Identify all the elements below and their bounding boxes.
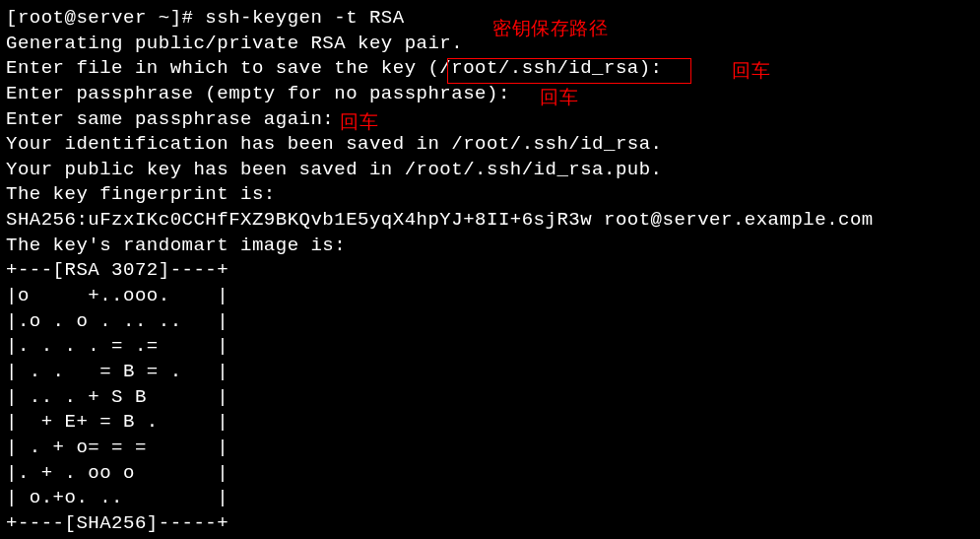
output-line-19: +----[SHA256]-----+ [6, 511, 974, 537]
output-line-16: | . + o= = = | [6, 436, 974, 461]
annotation-save-path-label: 密钥保存路径 [492, 18, 608, 43]
output-line-15: | + E+ = B . | [6, 410, 974, 436]
command-text: ssh-keygen -t RSA [205, 7, 404, 29]
output-line-10: |o +..ooo. | [6, 284, 974, 309]
output-line-14: | .. . + S B | [6, 385, 974, 411]
output-line-8: The key's randomart image is: [6, 234, 974, 259]
annotation-enter-3: 回车 [340, 111, 378, 137]
output-line-11: |.o . o . .. .. | [6, 309, 974, 335]
output-line-0: Generating public/private RSA key pair. [6, 32, 974, 57]
command-line: [root@server ~]# ssh-keygen -t RSA [6, 6, 974, 32]
output-line-5: Your public key has been saved in /root/… [6, 158, 974, 183]
prompt: [root@server ~]# [6, 7, 205, 29]
output-line-12: |. . . . = .= | [6, 334, 974, 360]
output-line-2: Enter passphrase (empty for no passphras… [6, 82, 974, 107]
output-line-3: Enter same passphrase again: [6, 107, 974, 133]
terminal-output: [root@server ~]# ssh-keygen -t RSA Gener… [6, 6, 974, 536]
output-line-1: Enter file in which to save the key (/ro… [6, 56, 974, 82]
output-line-17: |. + . oo o | [6, 461, 974, 487]
output-line-9: +---[RSA 3072]----+ [6, 258, 974, 284]
output-line-13: | . . = B = . | [6, 360, 974, 385]
annotation-enter-1: 回车 [732, 60, 770, 86]
annotation-enter-2: 回车 [540, 87, 578, 112]
output-line-6: The key fingerprint is: [6, 182, 974, 208]
output-line-4: Your identification has been saved in /r… [6, 132, 974, 158]
output-line-18: | o.+o. .. | [6, 486, 974, 511]
output-line-7: SHA256:uFzxIKc0CCHfFXZ9BKQvb1E5yqX4hpYJ+… [6, 208, 974, 234]
